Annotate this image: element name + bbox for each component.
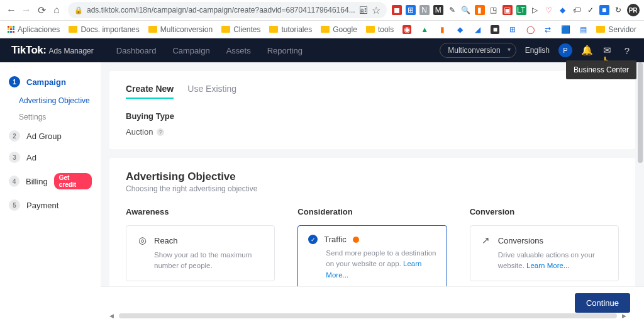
bookmark-folder[interactable]: Servidor (596, 25, 636, 34)
objective-reach[interactable]: ◎ Reach Show your ad to the maximum numb… (126, 225, 275, 281)
bookmark-item[interactable]: ◯ (526, 25, 535, 34)
step-label: Payment (26, 201, 58, 210)
traffic-desc: Send more people to a destination on you… (326, 248, 436, 281)
translate-icon[interactable]: 🗟 (359, 5, 368, 15)
sidebar-item-payment[interactable]: 5 Payment (0, 194, 101, 216)
tooltip-business-center: Business Center (566, 60, 636, 79)
v-scroll-thumb[interactable] (638, 62, 643, 163)
reach-desc: Show your ad to the maximum number of pe… (154, 250, 264, 272)
col-conversion: Conversion ↗ Conversions Drive valuable … (470, 207, 619, 290)
conversions-icon: ↗ (480, 235, 492, 246)
app-header: TikTok: Ads Manager Dashboard Campaign A… (0, 38, 644, 62)
continue-button[interactable]: Continue (575, 293, 630, 313)
ext-icon[interactable]: ✓ (586, 5, 596, 15)
bookmark-item[interactable]: ■ (491, 25, 499, 34)
bookmark-star-icon[interactable]: ☆ (372, 4, 380, 16)
bookmark-item[interactable]: ▲ (420, 25, 429, 34)
reload-icon[interactable]: ⟳ (35, 4, 48, 16)
tab-assets[interactable]: Assets (226, 46, 251, 55)
bookmark-item[interactable]: ◆ (455, 25, 464, 34)
ext-icon[interactable]: ♡ (544, 5, 554, 15)
ext-icon[interactable]: 🏷 (572, 5, 582, 15)
ext-icon[interactable]: ▷ (530, 5, 540, 15)
help-icon[interactable]: ? (621, 45, 633, 56)
col-awareness: Awareness ◎ Reach Show your ad to the ma… (126, 207, 275, 290)
bookmark-item[interactable]: ▤ (579, 25, 587, 34)
sidebar-item-adgroup[interactable]: 2 Ad Group (0, 125, 101, 147)
url-bar[interactable]: 🔒 ads.tiktok.com/i18n/campaign/ad-campai… (68, 2, 387, 18)
site-icon: 🟦 (561, 25, 570, 34)
forward-icon[interactable]: → (20, 4, 33, 16)
main-wrap: 1 Campaign Advertising Objective Setting… (0, 62, 644, 319)
profile-avatar-icon[interactable]: PR (627, 4, 640, 16)
ext-icon[interactable]: ■ (599, 5, 609, 15)
bookmark-folder[interactable]: Clientes (221, 25, 260, 34)
tab-dashboard[interactable]: Dashboard (116, 46, 157, 55)
step-label: Ad (26, 153, 36, 162)
ext-icon[interactable]: ◼ (392, 5, 402, 15)
gtm-icon: ◆ (455, 25, 464, 34)
ext-icon[interactable]: ⊞ (406, 5, 416, 15)
tab-create-new[interactable]: Create New (126, 84, 174, 99)
ext-icon[interactable]: ✎ (447, 5, 457, 15)
bookmark-item[interactable]: ◉ (402, 25, 411, 34)
ext-icon[interactable]: N (419, 5, 430, 15)
get-credit-badge: Get credit (54, 173, 92, 189)
sidebar-item-campaign[interactable]: 1 Campaign (0, 71, 101, 92)
sidebar-sub-objective[interactable]: Advertising Objective (0, 92, 101, 109)
reach-icon: ◎ (136, 235, 148, 246)
objective-traffic[interactable]: ✓ Traffic Send more people to a destinat… (297, 225, 447, 290)
h-scrollbar[interactable]: ◀ ▶ (109, 313, 626, 319)
sidebar-item-billing[interactable]: 4 Billing Get credit (0, 168, 101, 194)
folder-icon (269, 26, 278, 33)
bookmark-folder[interactable]: Multiconversion (148, 25, 213, 34)
bookmark-folder[interactable]: tutoriales (269, 25, 312, 34)
tab-campaign[interactable]: Campaign (172, 46, 209, 55)
col-consideration: Consideration ✓ Traffic Send more people… (297, 207, 447, 290)
back-icon[interactable]: ← (5, 4, 18, 16)
ext-icon[interactable]: ▮ (475, 5, 485, 15)
ext-icon[interactable]: ◆ (558, 5, 568, 15)
language-selector[interactable]: English (525, 46, 550, 55)
ext-icon[interactable]: ◳ (489, 5, 499, 15)
scroll-left-icon[interactable]: ◀ (109, 313, 114, 319)
site-icon: ◯ (526, 25, 535, 34)
bookmark-item[interactable]: ⇄ (543, 25, 552, 34)
search-icon[interactable]: 🔍 (461, 5, 471, 15)
bookmark-item[interactable]: 🟦 (561, 25, 570, 34)
objective-conversions[interactable]: ↗ Conversions Drive valuable actions on … (470, 225, 619, 281)
apps-icon (8, 26, 14, 33)
content-area: Create New Use Existing Buying Type Auct… (101, 62, 644, 319)
bookmark-folder[interactable]: tools (366, 25, 394, 34)
bell-icon[interactable]: 🔔 (581, 45, 592, 56)
sidebar-sub-settings[interactable]: Settings (0, 109, 101, 125)
ext-icon[interactable]: LT (516, 5, 526, 15)
bookmark-item[interactable]: ▮ (438, 25, 447, 34)
inbox-icon[interactable]: ✉ (601, 45, 613, 56)
tab-reporting[interactable]: Reporting (267, 46, 303, 55)
scroll-thumb[interactable] (119, 313, 617, 318)
user-avatar[interactable]: P (558, 43, 572, 57)
ext-icon[interactable]: ↻ (613, 5, 623, 15)
scroll-right-icon[interactable]: ▶ (622, 313, 626, 319)
tab-use-existing[interactable]: Use Existing (187, 84, 236, 99)
info-icon[interactable]: ? (157, 128, 164, 136)
logo[interactable]: TikTok: Ads Manager (11, 44, 94, 57)
campaign-tabs: Create New Use Existing (126, 84, 619, 99)
v-scrollbar[interactable] (638, 62, 643, 311)
conversions-desc: Drive valuable actions on your website. … (498, 250, 608, 272)
apps-button[interactable]: Aplicaciones (8, 25, 60, 34)
ext-icon[interactable]: M (433, 5, 443, 15)
account-selector[interactable]: Multiconversion (440, 43, 516, 58)
bookmark-item[interactable]: ◢ (473, 25, 482, 34)
hot-icon (353, 237, 359, 243)
home-icon[interactable]: ⌂ (50, 4, 63, 16)
sidebar-item-ad[interactable]: 3 Ad (0, 147, 101, 168)
bookmark-item[interactable]: ⊞ (508, 25, 517, 34)
ext-icon[interactable]: ▣ (502, 5, 513, 15)
url-text: ads.tiktok.com/i18n/campaign/ad-campaign… (87, 6, 355, 14)
reach-title: Reach (154, 236, 178, 245)
bookmark-folder[interactable]: Google (321, 25, 357, 34)
learn-more-link[interactable]: Learn More... (526, 262, 569, 269)
bookmark-folder[interactable]: Docs. importanes (69, 25, 139, 34)
